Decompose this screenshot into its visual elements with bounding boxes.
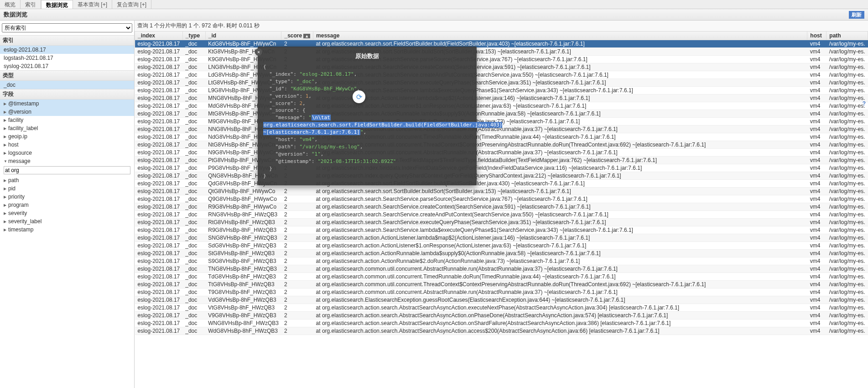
field-item-program[interactable]: program (0, 201, 134, 209)
cell-idx: eslog-2021.08.17 (135, 250, 183, 257)
cell-id: V9G8VHsBp-8hF_HWzQB3 (205, 312, 281, 320)
cell-score: 2 (281, 203, 313, 211)
field-item-message[interactable]: message (0, 157, 134, 165)
cell-idx: eslog-2021.08.17 (135, 126, 183, 133)
table-row[interactable]: eslog-2021.08.17_docNdG8VHsBp-8hF_HWywCn… (135, 133, 868, 141)
cell-type: _doc (182, 71, 205, 79)
tab-indices[interactable]: 索引 (21, 0, 41, 9)
field-item-logsource[interactable]: logsource (0, 149, 134, 157)
table-row[interactable]: eslog-2021.08.17_docQdG8VHsBp-8hF_HWywCn… (135, 180, 868, 188)
index-item[interactable]: syslog-2021.08.17 (0, 62, 134, 70)
table-row[interactable]: eslog-2021.08.17_docKtG8VHsBp-8hF_HWywCn… (135, 48, 868, 56)
field-item-facility_label[interactable]: facility_label (0, 124, 134, 132)
field-item-host[interactable]: host (0, 141, 134, 149)
table-row[interactable]: eslog-2021.08.17_docMNG8VHsBp-8hF_HWywCn… (135, 94, 868, 102)
table-row[interactable]: eslog-2021.08.17_docN9G8VHsBp-8hF_HWywCn… (135, 149, 868, 157)
table-row[interactable]: eslog-2021.08.17_docRtG8VHsBp-8hF_HWzQB3… (135, 219, 868, 226)
table-row[interactable]: eslog-2021.08.17_docLdG8VHsBp-8hF_HWywCn… (135, 71, 868, 79)
tooltip-close-icon[interactable]: ✕ (255, 48, 262, 56)
table-row[interactable]: eslog-2021.08.17_docR9G8VHsBp-8hF_HWzQB3… (135, 226, 868, 234)
index-item[interactable]: logstash-2021.08.17 (0, 54, 134, 62)
cell-id: WdG8VHsBp-8hF_HWzQB3 (205, 327, 281, 335)
tab-compound-query[interactable]: 复合查询 [+] (112, 0, 151, 9)
cell-type: _doc (182, 281, 205, 288)
table-row[interactable]: eslog-2021.08.17_docRNG8VHsBp-8hF_HWzQB3… (135, 211, 868, 219)
table-row[interactable]: eslog-2021.08.17_docSdG8VHsBp-8hF_HWzQB3… (135, 242, 868, 250)
cell-host: vm4 (807, 40, 826, 48)
table-row[interactable]: eslog-2021.08.17_docLtG8VHsBp-8hF_HWywCn… (135, 79, 868, 87)
col-id[interactable]: _id (205, 31, 281, 40)
field-item-geoipip[interactable]: geoip.ip (0, 132, 134, 141)
cell-type: _doc (182, 327, 205, 335)
table-row[interactable]: eslog-2021.08.17_docTNG8VHsBp-8hF_HWzQB3… (135, 265, 868, 273)
cell-path: /var/log/my-es. (826, 126, 868, 133)
table-row[interactable]: eslog-2021.08.17_docQtG8VHsBp-8hF_HWywCo… (135, 188, 868, 195)
refresh-circle-icon[interactable]: ⟳ (353, 90, 365, 103)
table-row[interactable]: eslog-2021.08.17_docK9G8VHsBp-8hF_HWywCn… (135, 56, 868, 63)
table-row[interactable]: eslog-2021.08.17_docS9G8VHsBp-8hF_HWzQB3… (135, 257, 868, 265)
table-row[interactable]: eslog-2021.08.17_docSNG8VHsBp-8hF_HWzQB3… (135, 234, 868, 242)
tab-browse[interactable]: 数据浏览 (41, 0, 73, 9)
table-row[interactable]: eslog-2021.08.17_docVdG8VHsBp-8hF_HWzQB3… (135, 296, 868, 304)
field-item-pid[interactable]: pid (0, 184, 134, 193)
col-message[interactable]: message (313, 31, 807, 40)
table-row[interactable]: eslog-2021.08.17_docLNG8VHsBp-8hF_HWywCn… (135, 63, 868, 71)
cell-path: /var/log/my-es. (826, 281, 868, 288)
cell-host: vm4 (807, 211, 826, 219)
cell-type: _doc (182, 172, 205, 180)
cell-path: /var/log/my-es. (826, 265, 868, 273)
cell-id: TtG8VHsBp-8hF_HWzQB3 (205, 281, 281, 288)
col-path[interactable]: path (826, 31, 868, 40)
table-row[interactable]: eslog-2021.08.17_docQ9G8VHsBp-8hF_HWywCo… (135, 195, 868, 203)
index-item[interactable]: eslog-2021.08.17 (0, 46, 134, 54)
cell-path: /var/log/my-es. (826, 234, 868, 242)
table-row[interactable]: eslog-2021.08.17_docL9G8VHsBp-8hF_HWywCn… (135, 87, 868, 94)
table-row[interactable]: eslog-2021.08.17_docMtG8VHsBp-8hF_HWywCn… (135, 110, 868, 118)
table-row[interactable]: eslog-2021.08.17_docT9G8VHsBp-8hF_HWzQB3… (135, 288, 868, 296)
field-item-severity_label[interactable]: severity_label (0, 217, 134, 225)
cell-type: _doc (182, 257, 205, 265)
col-score[interactable]: _score▲ (281, 31, 313, 40)
expand-icon (4, 118, 8, 122)
cell-idx: eslog-2021.08.17 (135, 257, 183, 265)
table-row[interactable]: eslog-2021.08.17_docVtG8VHsBp-8hF_HWzQB3… (135, 304, 868, 312)
table-row[interactable]: eslog-2021.08.17_docV9G8VHsBp-8hF_HWzQB3… (135, 312, 868, 320)
section-fields: 字段 (0, 89, 134, 100)
expand-icon (4, 186, 8, 191)
field-item-timestamp[interactable]: timestamp (0, 225, 134, 234)
refresh-button[interactable]: 刷新 (849, 11, 864, 19)
cell-type: _doc (182, 203, 205, 211)
table-row[interactable]: eslog-2021.08.17_docTdG8VHsBp-8hF_HWzQB3… (135, 273, 868, 281)
table-row[interactable]: eslog-2021.08.17_docPtG8VHsBp-8hF_HWywCn… (135, 157, 868, 164)
cell-host: vm4 (807, 141, 826, 149)
col-host[interactable]: host (807, 31, 826, 40)
sort-asc-icon: ▲ (303, 34, 310, 38)
type-item[interactable]: _doc (0, 81, 134, 89)
tab-overview[interactable]: 概览 (0, 0, 21, 9)
field-item-severity[interactable]: severity (0, 209, 134, 217)
table-row[interactable]: eslog-2021.08.17_docWdG8VHsBp-8hF_HWzQB3… (135, 327, 868, 335)
table-row[interactable]: eslog-2021.08.17_docNtG8VHsBp-8hF_HWywCn… (135, 141, 868, 149)
col-type[interactable]: _type (182, 31, 205, 40)
table-row[interactable]: eslog-2021.08.17_docWNG8VHsBp-8hF_HWzQB3… (135, 320, 868, 327)
cell-path: /var/log/my-es. (826, 273, 868, 281)
table-row[interactable]: eslog-2021.08.17_docR9G8VHsBp-8hF_HWywCo… (135, 203, 868, 211)
tab-basic-query[interactable]: 基本查询 [+] (73, 0, 112, 9)
table-row[interactable]: eslog-2021.08.17_docMdG8VHsBp-8hF_HWywCn… (135, 102, 868, 110)
table-row[interactable]: eslog-2021.08.17_docStG8VHsBp-8hF_HWzQB3… (135, 250, 868, 257)
field-item-priority[interactable]: priority (0, 193, 134, 201)
table-row[interactable]: eslog-2021.08.17_docP9G8VHsBp-8hF_HWywCn… (135, 164, 868, 172)
table-row[interactable]: eslog-2021.08.17_docTtG8VHsBp-8hF_HWzQB3… (135, 281, 868, 288)
field-item-path[interactable]: path (0, 176, 134, 184)
cell-host: vm4 (807, 281, 826, 288)
table-row[interactable]: eslog-2021.08.17_docQNG8VHsBp-8hF_HWywCn… (135, 172, 868, 180)
col-index[interactable]: _index (135, 31, 183, 40)
field-item-version[interactable]: @version (0, 108, 134, 116)
field-item-timestamp[interactable]: @timestamp? (0, 100, 134, 108)
message-filter-input[interactable] (4, 166, 130, 174)
field-item-facility[interactable]: facility (0, 116, 134, 124)
index-select[interactable]: 所有索引 (2, 23, 132, 32)
result-table-wrap[interactable]: _index _type _id _score▲ message host pa… (135, 31, 868, 388)
table-row[interactable]: eslog-2021.08.17_docKdG8VHsBp-8hF_HWywCn… (135, 40, 868, 48)
result-info: 查询 1 个分片中用的 1 个. 972 命中. 耗时 0.011 秒 (135, 21, 868, 31)
